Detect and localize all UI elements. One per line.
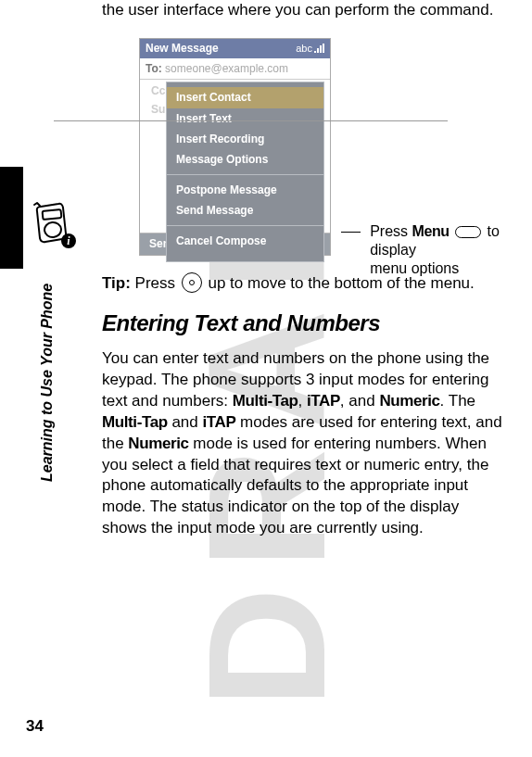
- tip-label: Tip:: [102, 274, 131, 292]
- menu-item: Insert Contact: [167, 87, 323, 107]
- callout-text: Press: [370, 223, 412, 239]
- body-text: ,: [298, 392, 307, 410]
- callout-text: menu options: [370, 260, 459, 276]
- mode-term: iTAP: [307, 392, 340, 410]
- tip-text: Press: [131, 274, 180, 292]
- body-paragraph: You can enter text and numbers on the ph…: [102, 348, 506, 539]
- input-mode-indicator: abc: [296, 42, 312, 56]
- mode-term: Numeric: [128, 435, 188, 452]
- page-number: 34: [26, 716, 44, 738]
- signal-icon: [314, 44, 324, 53]
- callout: Press Menu to display menu options: [341, 222, 506, 278]
- body-text: . The: [440, 392, 475, 410]
- body-text: and: [168, 413, 203, 431]
- mode-term: iTAP: [203, 413, 236, 431]
- to-value: someone@example.com: [165, 62, 288, 75]
- phone-context-menu: Insert Contact Insert Text Insert Record…: [166, 82, 324, 261]
- mode-term: Multi-Tap: [102, 413, 168, 431]
- field-ghost-su: Su: [151, 102, 165, 117]
- mode-term: Numeric: [379, 392, 439, 410]
- menu-item: Insert Text: [167, 108, 323, 129]
- intro-fragment: the user interface where you can perform…: [102, 0, 506, 21]
- to-label: To:: [146, 62, 162, 75]
- softkey-icon: [455, 226, 481, 238]
- phone-to-row: To: someone@example.com: [140, 58, 330, 80]
- menu-term: Menu: [412, 223, 450, 239]
- menu-item: Message Options: [167, 149, 323, 170]
- field-ghost-cc: Cc: [151, 83, 165, 98]
- phone-screenshot: New Message abc To: someone@example.com …: [139, 38, 506, 256]
- menu-item: Insert Recording: [167, 129, 323, 149]
- mode-term: Multi-Tap: [233, 392, 298, 410]
- menu-item: Postpone Message: [167, 180, 323, 200]
- body-text: , and: [340, 392, 380, 410]
- phone-title: New Message: [146, 41, 219, 56]
- guide-line: [54, 120, 448, 121]
- menu-item: Cancel Compose: [167, 231, 323, 251]
- nav-key-icon: [182, 272, 202, 293]
- callout-leader-line: [341, 232, 361, 233]
- menu-item: Send Message: [167, 200, 323, 221]
- section-heading: Entering Text and Numbers: [102, 309, 506, 338]
